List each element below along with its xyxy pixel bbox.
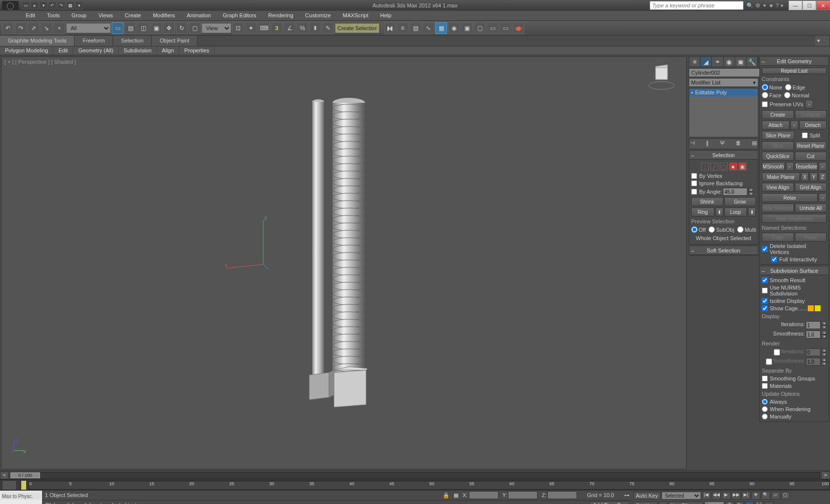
create-button[interactable]: Create — [762, 110, 794, 119]
make-planar-button[interactable]: Make Planar — [762, 172, 800, 181]
cage-color1-swatch[interactable] — [808, 305, 814, 311]
menu-grapheditors[interactable]: Graph Editors — [217, 11, 262, 20]
window-crossing-button[interactable]: ▣ — [150, 22, 162, 34]
lock-icon[interactable]: 🔒 — [443, 492, 450, 499]
search-icon[interactable]: 🔍 — [747, 2, 753, 9]
subobj-vertex-icon[interactable]: ⋮ — [701, 163, 709, 170]
autokey-button[interactable]: Auto Key — [633, 492, 661, 500]
nav-fov-icon[interactable]: ▱ — [771, 492, 780, 500]
current-frame-input[interactable] — [705, 502, 724, 504]
schematic-view-button[interactable]: ▦ — [435, 22, 447, 34]
add-time-tag-button[interactable]: Add Time Tag — [589, 501, 629, 504]
viewcube[interactable] — [647, 62, 676, 91]
hide-unselected-button[interactable]: Hide Unselected — [762, 214, 827, 223]
display-iterations-spinner[interactable] — [806, 321, 821, 329]
goto-end-icon[interactable]: ▶| — [742, 492, 750, 500]
tessellate-settings-button[interactable]: ▫ — [819, 162, 827, 171]
named-selection-input[interactable] — [335, 23, 379, 33]
panel-edit[interactable]: Edit — [53, 46, 73, 55]
render-iterations-spinner[interactable] — [806, 348, 821, 356]
update-always-radio[interactable]: Always — [762, 399, 827, 405]
select-region-button[interactable]: ◫ — [137, 22, 149, 34]
render-frame-button[interactable]: ▢ — [474, 22, 486, 34]
menu-help[interactable]: Help — [374, 11, 398, 20]
layers-button[interactable]: ▤ — [410, 22, 421, 34]
split-checkbox[interactable]: Split — [795, 131, 827, 140]
cage-color2-swatch[interactable] — [815, 305, 821, 311]
planar-z-button[interactable]: Z — [819, 172, 827, 181]
render-smoothness-spinner[interactable] — [806, 358, 821, 366]
redo-button[interactable]: ↷ — [15, 22, 27, 34]
trackbar[interactable]: 0 5 10 15 20 25 30 35 40 45 50 55 60 65 … — [0, 479, 830, 490]
modifier-list-dropdown[interactable]: Modifier List — [689, 78, 758, 87]
modifier-editable-poly[interactable]: ▪Editable Poly — [689, 88, 758, 96]
use-nurms-checkbox[interactable]: Use NURMS Subdivision — [762, 285, 827, 296]
time-slider-thumb[interactable]: 0 / 100 — [10, 472, 40, 478]
pivot-center-button[interactable]: ⊡ — [232, 22, 244, 34]
subobj-polygon-icon[interactable]: ■ — [729, 163, 737, 170]
selection-lock-icon[interactable]: ▦ — [454, 492, 458, 499]
menu-rendering[interactable]: Rendering — [262, 11, 299, 20]
favorites-icon[interactable]: ★ — [769, 2, 774, 9]
key-icon[interactable]: ⊸ — [659, 502, 667, 504]
undo-icon[interactable]: ↶ — [48, 1, 56, 9]
menu-customize[interactable]: Customize — [299, 11, 337, 20]
select-scale-button[interactable]: ▢ — [189, 22, 201, 34]
panel-polygon-modeling[interactable]: Polygon Modeling — [0, 46, 53, 55]
time-config-icon[interactable]: ⏱ — [725, 502, 734, 504]
help-dropdown-icon[interactable]: ▾ — [781, 2, 784, 9]
prev-frame-icon[interactable]: ◀◀ — [712, 492, 721, 500]
percent-snap-button[interactable]: % — [296, 22, 308, 34]
grid-align-button[interactable]: Grid Align — [795, 183, 827, 192]
show-cage-checkbox[interactable]: Show Cage...... — [762, 305, 807, 311]
preview-off-radio[interactable]: Off — [691, 226, 706, 233]
keyfilters-button[interactable]: Key Filters... — [668, 502, 704, 504]
scene-object-cylinder[interactable] — [304, 96, 383, 413]
nav-zoomext-icon[interactable]: ▢ — [781, 492, 790, 500]
constraint-face-radio[interactable]: Face — [762, 92, 781, 98]
menu-edit[interactable]: Edit — [20, 11, 41, 20]
slice-plane-button[interactable]: Slice Plane — [762, 131, 794, 140]
tab-modify-icon[interactable]: ◢ — [701, 57, 712, 67]
smoothing-groups-checkbox[interactable]: Smoothing Groups — [762, 376, 827, 381]
nav-zoom-region-icon[interactable]: ▭ — [765, 502, 774, 504]
goto-start-icon[interactable]: |◀ — [702, 492, 711, 500]
preserve-uvs-checkbox[interactable]: Preserve UVs — [762, 101, 803, 107]
quickslice-button[interactable]: QuickSlice — [762, 152, 794, 161]
tessellate-button[interactable]: Tessellate — [795, 162, 818, 171]
render-setup-button[interactable]: ▣ — [461, 22, 473, 34]
material-editor-button[interactable]: ◉ — [448, 22, 460, 34]
select-object-button[interactable]: ▭ — [112, 22, 124, 34]
tab-selection[interactable]: Selection — [113, 36, 152, 46]
panel-subdivision[interactable]: Subdivision — [119, 46, 157, 55]
timeslider-left-icon[interactable]: < — [0, 471, 9, 479]
mirror-button[interactable]: ◗◖ — [384, 22, 396, 34]
planar-y-button[interactable]: Y — [810, 172, 818, 181]
select-move-button[interactable]: ✥ — [163, 22, 175, 34]
angle-snap-button[interactable]: ∠ — [284, 22, 295, 34]
slice-button[interactable]: Slice — [762, 141, 794, 150]
unhide-all-button[interactable]: Unhide All — [795, 204, 827, 212]
tab-freeform[interactable]: Freeform — [75, 36, 113, 46]
loop-button[interactable]: Loop — [724, 208, 747, 216]
help-search-input[interactable] — [650, 1, 744, 10]
preserve-uvs-settings-button[interactable]: ▫ — [805, 100, 813, 109]
open-icon[interactable]: ▸ — [31, 1, 39, 9]
tab-hierarchy-icon[interactable]: ⚭ — [712, 57, 723, 67]
select-by-name-button[interactable]: ▤ — [124, 22, 136, 34]
object-name-input[interactable] — [689, 68, 762, 77]
loop-spinner[interactable]: ⬍ — [748, 208, 756, 216]
align-button[interactable]: ≡ — [397, 22, 409, 34]
modifier-stack[interactable]: ▪Editable Poly — [689, 88, 758, 137]
time-slider[interactable]: < 0 / 100 > — [0, 470, 830, 479]
menu-maxscript[interactable]: MAXScript — [337, 11, 374, 20]
manipulate-button[interactable]: ✦ — [245, 22, 257, 34]
tab-utilities-icon[interactable]: 🔧 — [747, 57, 758, 67]
nav-pan-icon[interactable]: ✥ — [751, 492, 760, 500]
relax-settings-button[interactable]: ▫ — [819, 193, 827, 202]
setkey-button[interactable]: Set Key — [633, 502, 658, 504]
minimize-button[interactable]: — — [788, 0, 802, 10]
timeslider-right-icon[interactable]: > — [821, 471, 830, 479]
materials-checkbox[interactable]: Materials — [762, 383, 827, 389]
curve-editor-button[interactable]: ∿ — [422, 22, 434, 34]
